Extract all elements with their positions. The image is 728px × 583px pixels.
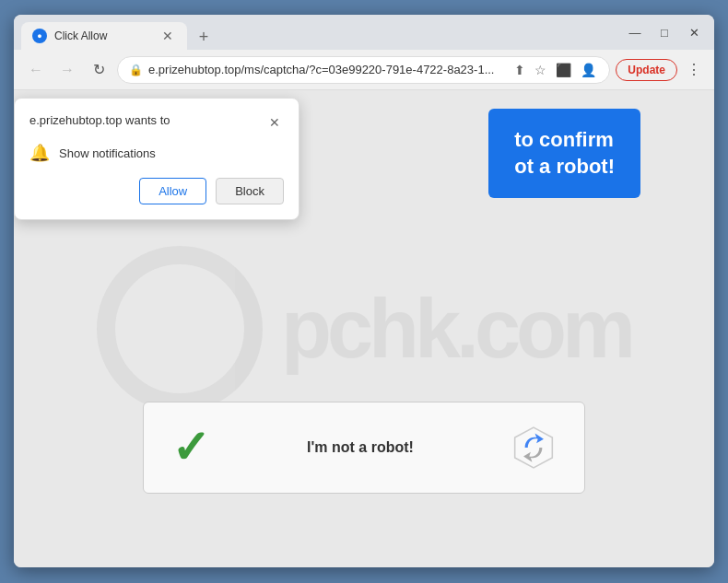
bookmark-icon[interactable]: ☆: [533, 61, 548, 79]
close-button[interactable]: ✕: [681, 19, 707, 45]
notification-popup: e.prizehubtop.top wants to ✕ 🔔 Show noti…: [14, 98, 299, 220]
allow-button[interactable]: Allow: [139, 178, 206, 204]
notification-text: Show notifications: [59, 146, 156, 160]
new-tab-button[interactable]: +: [191, 24, 217, 50]
tab-favicon: ●: [32, 29, 47, 43]
title-bar: ● Click Allow ✕ + — □ ✕: [14, 15, 714, 50]
address-text: e.prizehubtop.top/ms/captcha/?c=03e99220…: [148, 63, 507, 76]
lock-icon: 🔒: [129, 64, 143, 76]
update-button[interactable]: Update: [616, 59, 677, 81]
recaptcha-icon: [511, 425, 557, 471]
active-tab[interactable]: ● Click Allow ✕: [21, 22, 187, 50]
page-content: pchk.com to confirm ot a robot! ✓ I'm no…: [14, 90, 714, 567]
address-bar[interactable]: 🔒 e.prizehubtop.top/ms/captcha/?c=03e992…: [117, 56, 610, 84]
popup-site-text: e.prizehubtop.top wants to: [29, 113, 170, 127]
block-button[interactable]: Block: [216, 178, 284, 204]
watermark-circle: [97, 246, 263, 412]
checkmark-icon: ✓: [171, 421, 210, 474]
confirm-banner: to confirm ot a robot!: [488, 109, 640, 198]
confirm-line1: to confirm: [514, 127, 615, 154]
address-icons: ⬆ ☆ ⬛ 👤: [512, 61, 598, 79]
popup-buttons: Allow Block: [29, 178, 284, 204]
refresh-button[interactable]: ↻: [86, 57, 112, 83]
popup-close-button[interactable]: ✕: [265, 113, 284, 132]
popup-header: e.prizehubtop.top wants to ✕: [29, 113, 284, 132]
captcha-box[interactable]: ✓ I'm not a robot!: [143, 402, 585, 494]
profile-icon[interactable]: 👤: [579, 61, 598, 79]
popup-notification-row: 🔔 Show notifications: [29, 143, 284, 163]
extension-icon[interactable]: ⬛: [554, 61, 573, 79]
tab-close-button[interactable]: ✕: [159, 28, 176, 44]
share-icon[interactable]: ⬆: [512, 61, 527, 79]
forward-button[interactable]: →: [54, 57, 80, 83]
tab-title: Click Allow: [54, 29, 152, 42]
confirm-line2: ot a robot!: [514, 154, 615, 181]
bell-icon: 🔔: [29, 143, 50, 163]
window-controls: — □ ✕: [622, 19, 707, 45]
browser-window: ● Click Allow ✕ + — □ ✕ ← → ↻ 🔒 e.prizeh…: [14, 15, 714, 567]
browser-menu-button[interactable]: ⋮: [683, 57, 705, 82]
back-button[interactable]: ←: [23, 57, 49, 83]
maximize-button[interactable]: □: [652, 19, 677, 45]
recaptcha-logo: [511, 425, 557, 471]
watermark-text: pchk.com: [281, 282, 631, 377]
navigation-bar: ← → ↻ 🔒 e.prizehubtop.top/ms/captcha/?c=…: [14, 50, 714, 90]
captcha-label: I'm not a robot!: [307, 439, 414, 456]
minimize-button[interactable]: —: [622, 19, 648, 45]
tab-strip: ● Click Allow ✕ +: [21, 15, 622, 50]
